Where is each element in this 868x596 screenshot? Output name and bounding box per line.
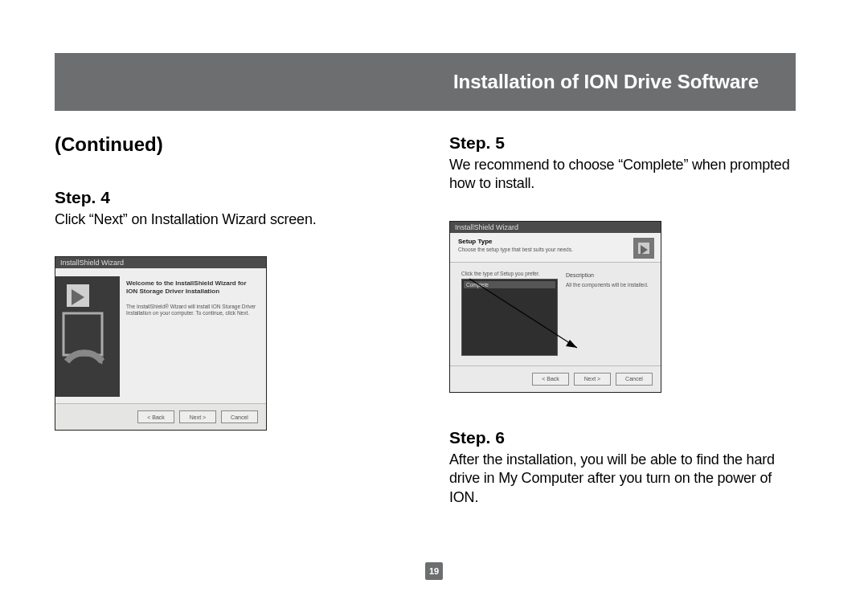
step-5-body: We recommend to choose “Complete” when p… bbox=[449, 156, 796, 194]
wizard-welcome-title: Welcome to the InstallShield Wizard for … bbox=[126, 280, 258, 295]
manual-page: Installation of ION Drive Software (Cont… bbox=[0, 0, 868, 596]
wizard5-list-caption: Click the type of Setup you prefer. bbox=[461, 271, 558, 276]
step-6-body: After the installation, you will be able… bbox=[449, 451, 796, 507]
cancel-button[interactable]: Cancel bbox=[221, 410, 258, 423]
step-4-body: Click “Next” on Installation Wizard scre… bbox=[55, 210, 401, 229]
wizard-titlebar: InstallShield Wizard bbox=[55, 257, 266, 268]
wizard5-titlebar: InstallShield Wizard bbox=[450, 222, 661, 233]
wizard-window-step5: InstallShield Wizard Setup Type Choose t… bbox=[449, 221, 661, 393]
wizard5-list-area: Click the type of Setup you prefer. Comp… bbox=[461, 271, 558, 356]
wizard-button-row: < Back Next > Cancel bbox=[55, 403, 266, 430]
content-columns: (Continued) Step. 4 Click “Next” on Inst… bbox=[55, 133, 796, 536]
continued-label: (Continued) bbox=[55, 133, 401, 156]
wizard-side-graphic bbox=[55, 276, 120, 397]
wizard5-list-item-complete[interactable]: Complete bbox=[464, 281, 555, 288]
step-4-figure: InstallShield Wizard bbox=[55, 256, 401, 431]
cancel-button[interactable]: Cancel bbox=[616, 373, 653, 386]
right-column: Step. 5 We recommend to choose “Complete… bbox=[449, 133, 796, 536]
wizard5-icon bbox=[633, 238, 654, 259]
next-button[interactable]: Next > bbox=[179, 410, 216, 423]
step-4-heading: Step. 4 bbox=[55, 188, 401, 207]
svg-rect-1 bbox=[63, 313, 102, 355]
wizard5-desc-text: All the components will be installed. bbox=[566, 282, 651, 288]
step-5-figure: InstallShield Wizard Setup Type Choose t… bbox=[449, 221, 796, 393]
back-button[interactable]: < Back bbox=[532, 373, 569, 386]
wizard5-description: Description All the components will be i… bbox=[566, 271, 651, 356]
next-button[interactable]: Next > bbox=[574, 373, 611, 386]
wizard-main: Welcome to the InstallShield Wizard for … bbox=[126, 276, 258, 397]
header-title: Installation of ION Drive Software bbox=[453, 71, 759, 93]
left-column: (Continued) Step. 4 Click “Next” on Inst… bbox=[55, 133, 401, 536]
wizard-welcome-text: The InstallShield® Wizard will install I… bbox=[126, 304, 258, 317]
wizard5-desc-title: Description bbox=[566, 272, 651, 279]
back-button[interactable]: < Back bbox=[137, 410, 174, 423]
wizard5-setup-type: Setup Type bbox=[458, 238, 573, 245]
page-number: 19 bbox=[425, 562, 443, 580]
wizard-body: Welcome to the InstallShield Wizard for … bbox=[55, 268, 266, 403]
step-5-heading: Step. 5 bbox=[449, 133, 796, 153]
step-5-block: Step. 5 We recommend to choose “Complete… bbox=[449, 133, 796, 393]
step-6-heading: Step. 6 bbox=[449, 428, 796, 447]
wizard5-setup-sub: Choose the setup type that best suits yo… bbox=[458, 247, 573, 252]
wizard5-button-row: < Back Next > Cancel bbox=[450, 365, 661, 392]
wizard5-header-text: Setup Type Choose the setup type that be… bbox=[458, 238, 573, 252]
wizard-window-step4: InstallShield Wizard bbox=[55, 256, 267, 431]
step-4-block: Step. 4 Click “Next” on Installation Wiz… bbox=[55, 188, 401, 431]
wizard5-listbox[interactable]: Complete bbox=[461, 279, 558, 356]
header-bar: Installation of ION Drive Software bbox=[55, 53, 796, 111]
wizard5-body: Click the type of Setup you prefer. Comp… bbox=[450, 263, 661, 365]
step-6-block: Step. 6 After the installation, you will… bbox=[449, 428, 796, 507]
wizard5-header: Setup Type Choose the setup type that be… bbox=[450, 233, 661, 263]
